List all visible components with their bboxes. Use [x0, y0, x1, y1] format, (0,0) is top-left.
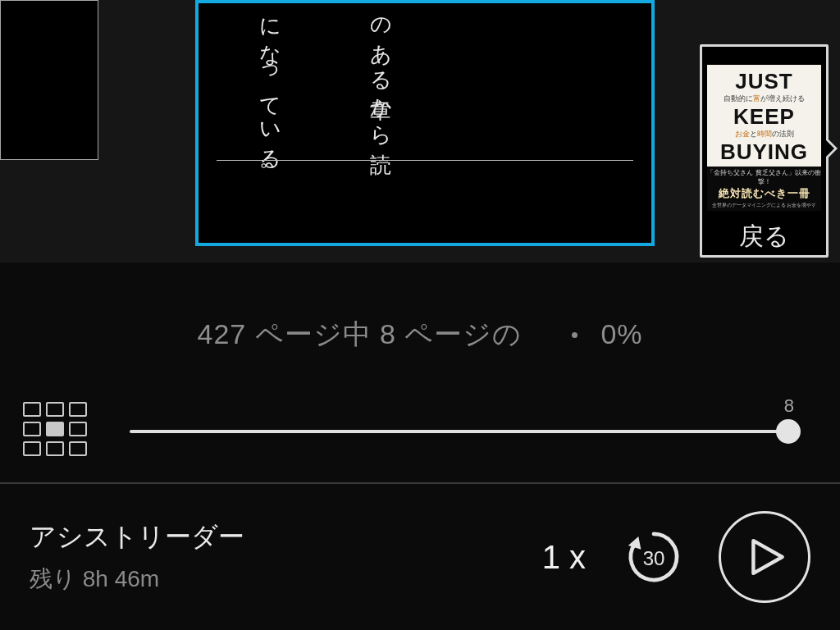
cover-subtitle-1: 自動的に富が増え続ける — [724, 94, 805, 104]
cover-title-line-2: KEEP — [733, 105, 795, 128]
svg-marker-1 — [753, 541, 782, 573]
back-button[interactable]: 戻る — [702, 217, 826, 255]
play-icon — [750, 539, 786, 575]
play-button[interactable] — [719, 511, 810, 603]
playback-bar: アシストリーダー 残り 8h 46m 1 x 30 — [0, 482, 840, 630]
skip-back-30-button[interactable]: 30 — [622, 525, 686, 589]
cover-arrow-icon-inner — [825, 139, 834, 158]
cover-title-line-3: BUYING — [720, 140, 808, 163]
slider-handle[interactable] — [776, 419, 801, 444]
previous-page-thumbnail[interactable] — [0, 0, 98, 160]
remaining-time-label: 残り 8h 46m — [30, 564, 542, 595]
playback-info: アシストリーダー 残り 8h 46m — [0, 519, 542, 595]
cover-content: JUST 自動的に富が増え続ける KEEP お金と時間の法則 BUYING 「金… — [707, 65, 821, 206]
cover-top-strip — [702, 47, 826, 65]
grid-view-icon[interactable] — [23, 402, 97, 463]
cover-preview-card: JUST 自動的に富が増え続ける KEEP お金と時間の法則 BUYING 「金… — [700, 44, 829, 258]
cover-obi: 「金持ち父さん 貧乏父さん」以来の衝撃！ 絶対読むべき一冊 全世界のデータマイニ… — [707, 167, 821, 211]
page-progress-label: 427 ページ中 8 ページの 0% — [0, 316, 840, 354]
cover-subtitle-2: お金と時間の法則 — [735, 129, 794, 139]
playback-mode-label: アシストリーダー — [30, 519, 542, 555]
slider-tick-label: 8 — [784, 395, 794, 417]
page-text-column-2: になっている。 — [253, 3, 286, 166]
skip-seconds-label: 30 — [622, 525, 686, 589]
page-slider[interactable]: 8 — [130, 430, 789, 433]
page-slider-row: 8 — [0, 418, 840, 468]
dot-separator-icon — [572, 332, 578, 338]
cover-title-line-1: JUST — [735, 70, 792, 93]
current-page[interactable]: のある章から読 になっている。 — [195, 0, 655, 246]
playback-speed-button[interactable]: 1 x — [542, 539, 586, 576]
page-horizontal-rule — [217, 160, 633, 161]
page-text-column-1: のある章から読 — [364, 3, 397, 171]
